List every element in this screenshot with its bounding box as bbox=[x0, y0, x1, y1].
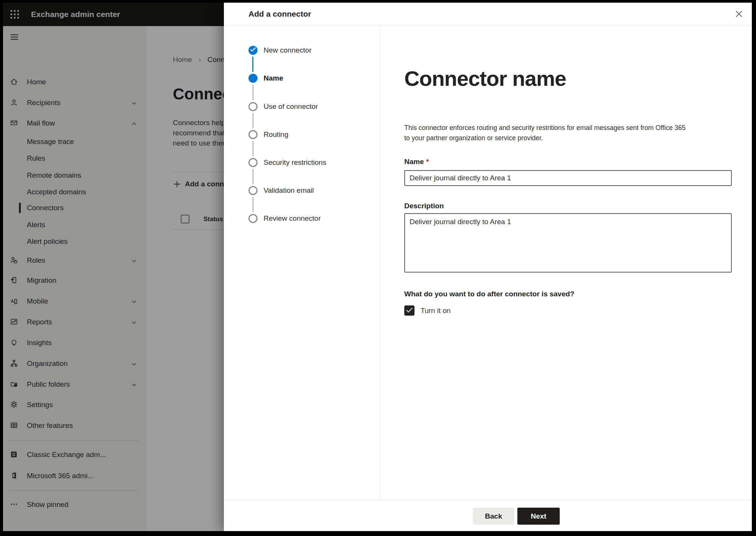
step-connector-line bbox=[253, 141, 253, 156]
step-upcoming-icon bbox=[248, 214, 258, 223]
checkmark-icon bbox=[406, 307, 413, 313]
step-connector-line bbox=[253, 169, 253, 184]
name-input[interactable] bbox=[404, 170, 732, 186]
step-review-connector: Review connector bbox=[224, 210, 375, 227]
close-icon[interactable] bbox=[731, 6, 747, 22]
required-asterisk: * bbox=[426, 158, 429, 166]
step-label: Review connector bbox=[264, 210, 321, 227]
step-label: New connector bbox=[264, 42, 312, 59]
step-upcoming-icon bbox=[248, 130, 258, 139]
name-field-label: Name* bbox=[404, 158, 429, 166]
step-description: This connector enforces routing and secu… bbox=[404, 123, 686, 143]
step-name: Name bbox=[224, 70, 375, 87]
step-security-restrictions: Security restrictions bbox=[224, 154, 375, 171]
add-connector-dialog: Add a connector New connectorNameUse of … bbox=[224, 3, 752, 531]
step-heading: Connector name bbox=[404, 66, 566, 91]
description-field-label: Description bbox=[404, 202, 444, 210]
stepper-divider bbox=[380, 25, 381, 500]
step-validation-email: Validation email bbox=[224, 182, 375, 199]
after-save-question: What do you want to do after connector i… bbox=[404, 290, 574, 298]
step-connector-line bbox=[253, 197, 253, 212]
step-new-connector: New connector bbox=[224, 42, 375, 59]
step-completed-icon bbox=[248, 46, 258, 55]
step-label: Name bbox=[264, 70, 283, 87]
step-label: Validation email bbox=[264, 182, 314, 199]
turn-it-on-checkbox[interactable] bbox=[404, 305, 414, 316]
step-use-of-connector: Use of connector bbox=[224, 98, 375, 115]
step-connector-line bbox=[252, 57, 253, 72]
step-upcoming-icon bbox=[248, 102, 258, 111]
step-description-line: to your partner organization or service … bbox=[404, 133, 686, 143]
dialog-header-divider bbox=[224, 25, 752, 25]
next-button[interactable]: Next bbox=[517, 508, 560, 525]
step-description-line: This connector enforces routing and secu… bbox=[404, 123, 686, 133]
turn-it-on-label: Turn it on bbox=[421, 305, 451, 316]
step-label: Routing bbox=[264, 126, 289, 143]
back-button[interactable]: Back bbox=[473, 508, 514, 525]
step-upcoming-icon bbox=[248, 186, 258, 195]
step-upcoming-icon bbox=[248, 158, 258, 167]
step-connector-line bbox=[253, 113, 253, 128]
step-label: Security restrictions bbox=[264, 154, 326, 171]
step-routing: Routing bbox=[224, 126, 375, 143]
screenshot-frame: Exchange admin center HomeRecipientsMail… bbox=[0, 0, 756, 536]
step-label: Use of connector bbox=[264, 98, 318, 115]
step-current-icon bbox=[248, 74, 258, 83]
app-window: Exchange admin center HomeRecipientsMail… bbox=[3, 3, 752, 531]
dialog-title: Add a connector bbox=[248, 3, 311, 25]
step-connector-line bbox=[253, 85, 253, 100]
description-textarea[interactable]: Deliver journal directly to Area 1 bbox=[404, 213, 732, 273]
dialog-footer-divider bbox=[224, 500, 752, 500]
